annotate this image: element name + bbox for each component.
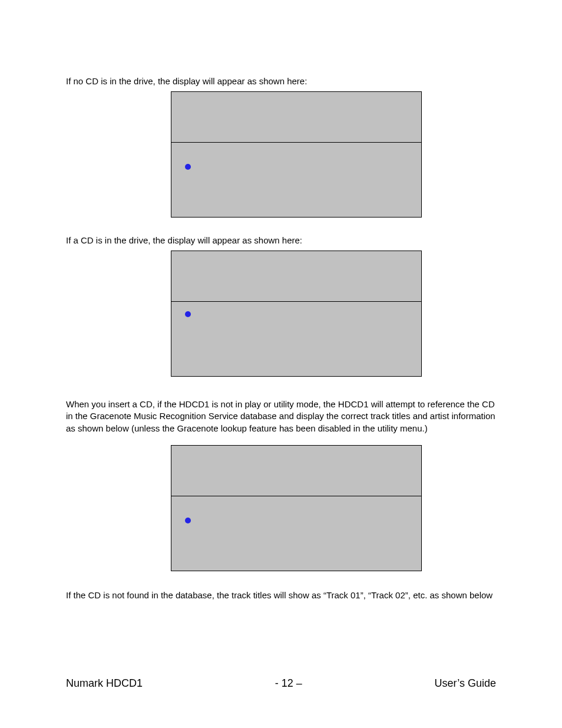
footer-page-number: - 12 –: [275, 677, 302, 690]
display-illustration-3: [171, 445, 422, 571]
paragraph-gracenote: When you insert a CD, if the HDCD1 is no…: [66, 398, 497, 434]
display-illustration-2: [171, 251, 422, 377]
display-illustration-1: [171, 91, 422, 218]
footer-right: User’s Guide: [435, 677, 496, 690]
display-divider: [171, 496, 421, 496]
bullet-icon: [185, 518, 191, 523]
paragraph-no-cd: If no CD is in the drive, the display wi…: [66, 75, 496, 87]
page-footer: Numark HDCD1 - 12 – User’s Guide: [66, 677, 496, 690]
paragraph-cd-present: If a CD is in the drive, the display wil…: [66, 235, 496, 246]
document-page: If no CD is in the drive, the display wi…: [0, 0, 562, 728]
display-divider: [171, 301, 421, 302]
paragraph-not-found: If the CD is not found in the database, …: [66, 589, 497, 601]
bullet-icon: [185, 311, 191, 317]
display-divider: [171, 142, 421, 143]
footer-left: Numark HDCD1: [66, 677, 143, 690]
bullet-icon: [185, 164, 191, 170]
